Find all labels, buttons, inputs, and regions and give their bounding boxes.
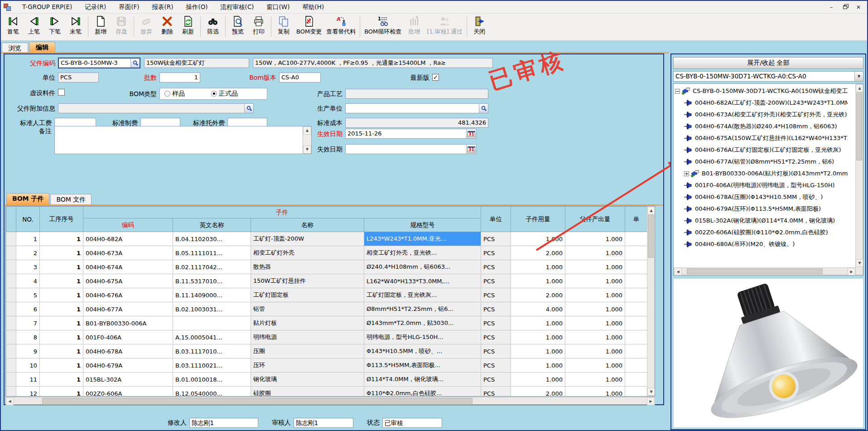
menu-item[interactable]: 界面(F) (112, 1, 145, 13)
table-row[interactable]: 9 1 004H0-678A B.03.1117010... 压圈 Φ143*H… (6, 344, 648, 358)
tab-bom-children[interactable]: BOM 子件 (6, 193, 49, 205)
cell-spec[interactable]: Φ113.5*H5MM,表面阳极... (364, 358, 481, 373)
tree-item[interactable]: 004H0-680A(吊环)(M20、铁镀镍。) (675, 238, 848, 250)
cell-parent-out[interactable]: 1.000 (565, 344, 625, 358)
cell-parent-out[interactable]: 1.000 (565, 260, 625, 274)
cell-unit[interactable]: PCS (481, 373, 511, 387)
minimize-button[interactable]: – (825, 2, 837, 12)
cell-en-name[interactable]: B.03.1110021... (173, 358, 251, 373)
cell-seq[interactable]: 1 (40, 387, 83, 397)
cell-parent-out[interactable]: 1.000 (565, 288, 625, 302)
cell-seq[interactable]: 1 (40, 373, 83, 387)
table-row[interactable]: 6 1 004H0-677A B.02.1003031... 铝管 Ø8mm*H… (6, 302, 648, 316)
cell-name[interactable]: 钢化玻璃 (251, 373, 364, 387)
cell-code[interactable]: 015BL-302A (83, 373, 173, 387)
cell-code[interactable]: 004H0-678A (83, 344, 173, 358)
calendar-icon[interactable]: 31 (466, 129, 476, 138)
cell-parent-out[interactable]: 1.000 (565, 232, 625, 246)
calendar-icon[interactable]: 31 (466, 145, 476, 154)
menu-item[interactable]: 流程审核(C) (214, 1, 260, 13)
cell-name[interactable]: 明纬电源 (251, 330, 364, 344)
dummy-part-checkbox[interactable] (58, 89, 65, 96)
cell-en-name[interactable] (173, 316, 251, 330)
expire-date-input[interactable]: 31 (345, 144, 477, 154)
cell-spec[interactable]: Ø240.4*H108mm，铝6063... (364, 260, 481, 274)
cell-seq[interactable]: 1 (40, 260, 83, 274)
cell-no[interactable]: 3 (16, 260, 40, 274)
cell-parent-out[interactable]: 1.000 (565, 358, 625, 373)
new-button[interactable]: 新增 (90, 15, 111, 39)
cell-name[interactable]: 压圈 (251, 344, 364, 358)
tree-item[interactable]: 004H0-675A(150W工矿灯悬挂件)(L162*W40*H133*T3.… (675, 132, 848, 144)
cell-en-name[interactable]: A.15.0005041... (173, 330, 251, 344)
cell-spec[interactable]: L243*W243*T1.0MM.亚光... (364, 232, 481, 246)
table-row[interactable]: 7 1 B01-BYB00330-006A 贴片灯板 Ø143mm*T2.0mm… (6, 316, 648, 330)
menu-item[interactable]: 记录(R) (78, 1, 112, 13)
cell-spec[interactable]: Ø8mm*H51*T2.25mm，铝6... (364, 302, 481, 316)
grid-vertical-scrollbar[interactable]: ▲ ▼ (647, 206, 655, 396)
cell-unit[interactable]: PCS (481, 358, 511, 373)
substitute-button[interactable]: AB 查看替代料 (324, 15, 358, 39)
cell-code[interactable]: 001F0-406A (83, 330, 173, 344)
tab-edit[interactable]: 编辑 (29, 42, 55, 53)
cell-name[interactable]: 工矿灯-顶盖-200W (251, 232, 364, 246)
table-row[interactable]: 4 1 004H0-675A B.11.5317010... 150W工矿灯悬挂… (6, 274, 648, 288)
bom-type-formal-radio[interactable]: 正式品 (211, 90, 238, 98)
cell-code[interactable]: 004H0-674A (83, 260, 173, 274)
cell-code[interactable]: 004H0-675A (83, 274, 173, 288)
cell-name[interactable]: 压环 (251, 358, 364, 373)
cell-no[interactable]: 6 (16, 302, 40, 316)
next-record-button[interactable]: 下笔 (44, 15, 65, 39)
table-row[interactable]: 3 1 004H0-674A B.02.1117042... 散热器 Ø240.… (6, 260, 648, 274)
cell-unit[interactable]: PCS (481, 260, 511, 274)
cell-parent-out[interactable]: 1.000 (565, 373, 625, 387)
cell-code[interactable]: 004H0-682A (83, 232, 173, 246)
cell-no[interactable]: 4 (16, 274, 40, 288)
last-record-button[interactable]: 末笔 (65, 15, 86, 39)
cell-qty[interactable]: 1.000 (511, 274, 565, 288)
cell-unit[interactable]: PCS (481, 330, 511, 344)
cell-qty[interactable]: 2.000 (511, 246, 565, 260)
cell-seq[interactable]: 1 (40, 288, 83, 302)
modified-by-field[interactable]: 陈志刚1 (189, 418, 258, 428)
cell-qty[interactable]: 2.000 (511, 387, 565, 397)
cell-parent-out[interactable]: 1.000 (565, 387, 625, 397)
cell-no[interactable]: 11 (16, 373, 40, 387)
effective-date-input[interactable]: 2015-11-26 31 (345, 129, 477, 139)
cell-qty[interactable]: 1.000 (511, 316, 565, 330)
tree-horizontal-scrollbar[interactable]: ◀ ▶ (674, 267, 856, 275)
cell-qty[interactable]: 4.000 (511, 302, 565, 316)
cell-code[interactable]: 004H0-677A (83, 302, 173, 316)
menu-item[interactable]: 窗口(W) (260, 1, 296, 13)
tree-item[interactable]: 015BL-302A(钢化玻璃)(Ø114*T4.0MM，钢化玻璃) (675, 215, 848, 227)
cell-spec[interactable]: L162*W40*H133*T3.0MM,... (364, 274, 481, 288)
restore-button[interactable] (839, 2, 851, 12)
tree-item[interactable]: 004H0-673A(相变工矿灯外壳)(相变工矿灯外壳，亚光铁) (675, 109, 848, 121)
cell-spec[interactable]: 明纬电源，型号HLG-150H... (364, 330, 481, 344)
cell-en-name[interactable]: B.02.1117042... (173, 260, 251, 274)
batch-add-button[interactable]: 批增 (404, 15, 424, 39)
cell-en-name[interactable]: B.04.1102030... (173, 232, 251, 246)
prev-record-button[interactable]: 上笔 (24, 15, 44, 39)
parent-code-input[interactable]: CS-BYB-0-150MW-3 (58, 58, 140, 68)
cell-unit[interactable]: PCS (481, 387, 511, 397)
tree-item[interactable]: 004H0-677A(铝管)(Ø8mm*H51*T2.25mm，铝6) (675, 156, 848, 168)
tree-item[interactable]: 004H0-682A(工矿灯-顶盖-200W)(L243*W243*T1.0MM… (675, 97, 848, 109)
tree-item[interactable]: 004H0-679A(压环)(Φ113.5*H5MM,表面阳极) (675, 203, 848, 215)
grid-horizontal-scrollbar[interactable]: ◀ ▶ (5, 397, 655, 405)
cell-parent-out[interactable]: 1.000 (565, 316, 625, 330)
cell-qty[interactable]: 1.000 (511, 260, 565, 274)
cell-qty[interactable]: 1.000 (511, 373, 565, 387)
cell-no[interactable]: 2 (16, 246, 40, 260)
cell-en-name[interactable]: B.03.1117010... (173, 344, 251, 358)
cell-en-name[interactable]: B.11.1409000... (173, 288, 251, 302)
cell-unit[interactable]: PCS (481, 288, 511, 302)
tree-vertical-scrollbar[interactable]: ▲ ▼ (855, 84, 863, 275)
cell-parent-out[interactable]: 1.000 (565, 274, 625, 288)
cell-en-name[interactable]: B.11.5317010... (173, 274, 251, 288)
cell-name[interactable]: 硅胶圈 (251, 387, 364, 397)
bom-change-button[interactable]: BOM变更 (294, 15, 324, 39)
save-button[interactable]: 存盘 (111, 15, 132, 39)
cell-seq[interactable]: 1 (40, 344, 83, 358)
cell-seq[interactable]: 1 (40, 316, 83, 330)
